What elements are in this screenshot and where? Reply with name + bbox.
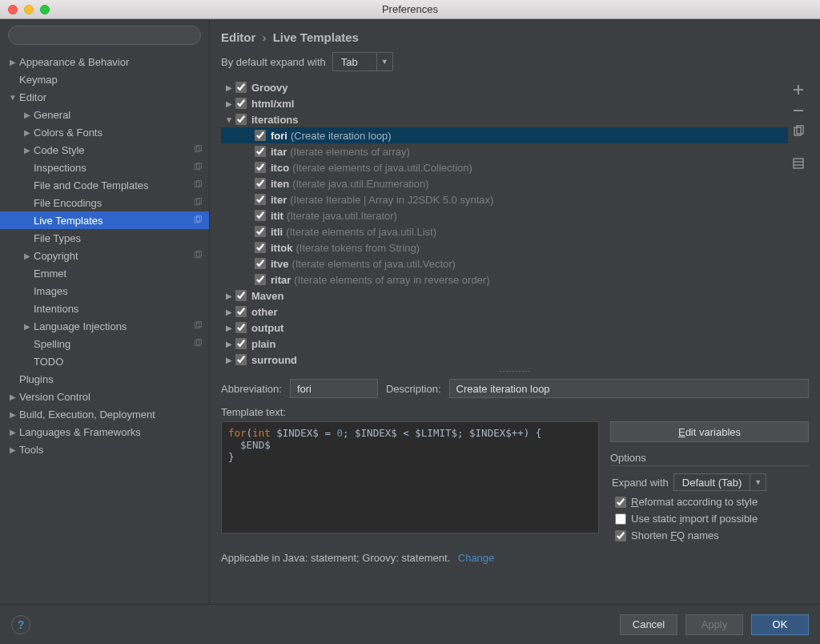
- reformat-checkbox[interactable]: [615, 497, 626, 508]
- copy-icon[interactable]: [791, 124, 806, 139]
- template-group[interactable]: ▶Maven: [221, 288, 788, 304]
- template-tree[interactable]: ▶Groovy▶html/xml▼iterations▶fori(Create …: [221, 79, 788, 368]
- template-group[interactable]: ▶surround: [221, 352, 788, 368]
- edit-variables-button[interactable]: Edit variables: [610, 421, 809, 442]
- template-abbr: fori: [271, 130, 287, 142]
- template-item[interactable]: ▶itli(Iterate elements of java.util.List…: [221, 223, 788, 239]
- template-group-label: plain: [251, 338, 275, 350]
- template-item[interactable]: ▶itar(Iterate elements of array): [221, 143, 788, 159]
- search-input[interactable]: [8, 26, 201, 45]
- template-item[interactable]: ▶itit(Iterate java.util.Iterator): [221, 207, 788, 223]
- sidebar-item[interactable]: ▶Build, Execution, Deployment: [0, 405, 209, 423]
- template-checkbox[interactable]: [255, 194, 266, 205]
- template-abbr: iter: [271, 194, 287, 206]
- template-checkbox[interactable]: [255, 258, 266, 269]
- template-group[interactable]: ▶html/xml: [221, 95, 788, 111]
- help-button[interactable]: ?: [11, 615, 30, 634]
- template-checkbox[interactable]: [255, 210, 266, 221]
- titlebar: Preferences: [0, 0, 820, 19]
- maximize-icon[interactable]: [40, 5, 50, 14]
- chevron-down-icon[interactable]: ▼: [750, 474, 766, 490]
- sidebar-item[interactable]: ▶Copyright: [0, 247, 209, 264]
- template-group[interactable]: ▶Groovy: [221, 79, 788, 95]
- template-checkbox[interactable]: [255, 162, 266, 173]
- template-item[interactable]: ▶ritar(Iterate elements of array in reve…: [221, 272, 788, 288]
- template-item[interactable]: ▶itve(Iterate elements of java.util.Vect…: [221, 256, 788, 272]
- sidebar-item[interactable]: ▼Editor: [0, 88, 209, 106]
- chevron-right-icon: ▶: [22, 111, 32, 119]
- description-input[interactable]: [449, 379, 809, 398]
- history-icon[interactable]: [791, 156, 806, 171]
- code-line2: $END$: [228, 439, 271, 451]
- sidebar-item[interactable]: ▶Keymap: [0, 70, 209, 88]
- svg-rect-16: [195, 340, 199, 346]
- template-group[interactable]: ▶output: [221, 320, 788, 336]
- sidebar-item[interactable]: ▶Live Templates: [0, 211, 209, 229]
- sidebar-item[interactable]: ▶Colors & Fonts: [0, 123, 209, 141]
- sidebar-tree[interactable]: ▶Appearance & Behavior▶Keymap▼Editor▶Gen…: [0, 51, 209, 604]
- expand-with-combo[interactable]: Default (Tab) ▼: [673, 473, 766, 491]
- template-checkbox[interactable]: [235, 290, 247, 301]
- template-checkbox[interactable]: [255, 226, 266, 237]
- sidebar-item[interactable]: ▶File Encodings: [0, 194, 209, 211]
- template-checkbox[interactable]: [235, 82, 247, 93]
- template-checkbox[interactable]: [235, 114, 247, 125]
- sidebar-item-label: Plugins: [19, 373, 54, 385]
- remove-icon[interactable]: [791, 103, 806, 118]
- template-checkbox[interactable]: [255, 146, 266, 157]
- sidebar-item[interactable]: ▶Language Injections: [0, 317, 209, 335]
- sidebar-item[interactable]: ▶Code Style: [0, 141, 209, 159]
- sidebar-item[interactable]: ▶Tools: [0, 441, 209, 458]
- expand-default-label: By default expand with: [221, 56, 326, 68]
- sidebar-item[interactable]: ▶File Types: [0, 229, 209, 247]
- template-item[interactable]: ▶iter(Iterate Iterable | Array in J2SDK …: [221, 191, 788, 207]
- expand-default-combo[interactable]: Tab ▼: [332, 52, 393, 71]
- minimize-icon[interactable]: [24, 5, 34, 14]
- sidebar-item[interactable]: ▶File and Code Templates: [0, 176, 209, 194]
- template-checkbox[interactable]: [255, 274, 266, 285]
- svg-rect-17: [197, 339, 202, 344]
- sidebar-item[interactable]: ▶Spelling: [0, 335, 209, 352]
- sidebar-item[interactable]: ▶Inspections: [0, 159, 209, 176]
- template-group[interactable]: ▶other: [221, 304, 788, 320]
- shorten-fq-checkbox[interactable]: [615, 530, 626, 541]
- template-text-editor[interactable]: for(int $INDEX$ = 0; $INDEX$ < $LIMIT$; …: [221, 421, 599, 533]
- change-contexts-link[interactable]: Change: [458, 552, 495, 564]
- template-item[interactable]: ▶ittok(Iterate tokens from String): [221, 239, 788, 256]
- cancel-button[interactable]: Cancel: [620, 614, 677, 635]
- template-checkbox[interactable]: [235, 322, 247, 333]
- splitter-gripper[interactable]: [221, 368, 809, 374]
- sidebar-item[interactable]: ▶Intentions: [0, 300, 209, 317]
- close-icon[interactable]: [8, 5, 18, 14]
- template-checkbox[interactable]: [235, 98, 247, 109]
- template-group[interactable]: ▶plain: [221, 336, 788, 352]
- template-item[interactable]: ▶fori(Create iteration loop): [221, 127, 788, 143]
- sidebar-item[interactable]: ▶Appearance & Behavior: [0, 53, 209, 70]
- sidebar-item[interactable]: ▶TODO: [0, 352, 209, 370]
- template-checkbox[interactable]: [255, 130, 266, 141]
- svg-rect-5: [197, 163, 202, 168]
- template-checkbox[interactable]: [235, 354, 247, 365]
- sidebar-item[interactable]: ▶Version Control: [0, 388, 209, 405]
- template-item[interactable]: ▶itco(Iterate elements of java.util.Coll…: [221, 159, 788, 175]
- template-checkbox[interactable]: [235, 306, 247, 317]
- sidebar-item[interactable]: ▶Emmet: [0, 264, 209, 282]
- chevron-down-icon[interactable]: ▼: [376, 53, 392, 70]
- sidebar-item[interactable]: ▶Images: [0, 282, 209, 300]
- template-checkbox[interactable]: [235, 338, 247, 349]
- add-icon[interactable]: [791, 83, 806, 97]
- template-checkbox[interactable]: [255, 178, 266, 189]
- abbreviation-input[interactable]: [290, 379, 378, 398]
- sidebar-item[interactable]: ▶General: [0, 106, 209, 123]
- static-import-checkbox[interactable]: [615, 513, 626, 525]
- template-checkbox[interactable]: [255, 242, 266, 253]
- template-group[interactable]: ▼iterations: [221, 111, 788, 127]
- sidebar: ▶Appearance & Behavior▶Keymap▼Editor▶Gen…: [0, 19, 210, 604]
- sidebar-item[interactable]: ▶Plugins: [0, 370, 209, 388]
- ok-button[interactable]: OK: [751, 614, 809, 635]
- sidebar-item[interactable]: ▶Languages & Frameworks: [0, 423, 209, 441]
- template-item[interactable]: ▶iten(Iterate java.util.Enumeration): [221, 175, 788, 191]
- chevron-right-icon: ▶: [224, 83, 234, 92]
- template-group-label: surround: [251, 354, 297, 366]
- apply-button[interactable]: Apply: [685, 614, 743, 635]
